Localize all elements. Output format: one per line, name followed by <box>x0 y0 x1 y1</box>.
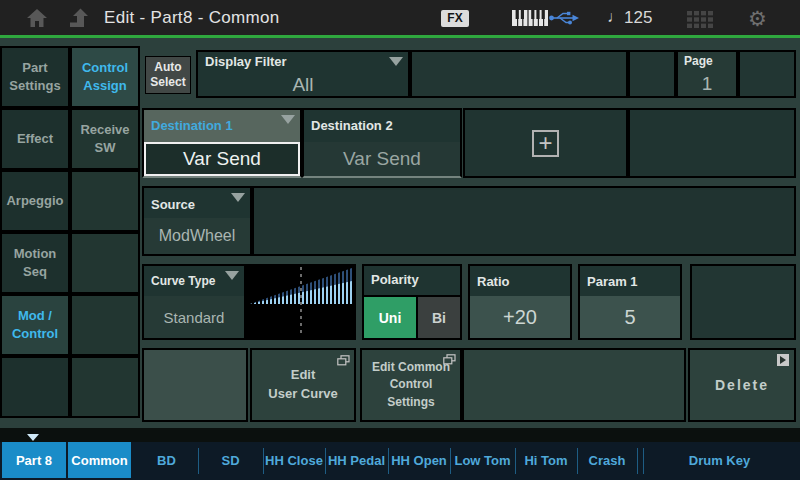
page-prev-cell[interactable] <box>628 50 676 98</box>
destination-2-label: Destination 2 <box>311 118 393 133</box>
launcher-grid-icon[interactable] <box>687 11 714 32</box>
chevron-down-icon <box>231 193 245 202</box>
destination-1-box[interactable]: Destination 1 Var Send <box>142 108 302 178</box>
param1-label: Param 1 <box>587 274 638 289</box>
tempo-value[interactable]: 125 <box>624 0 652 35</box>
tab-hh-open[interactable]: HH Open <box>388 442 450 478</box>
bottom-bar: Part 8 Common BD SD HH Close HH Pedal HH… <box>0 442 800 480</box>
sidebar-cell-empty <box>70 170 140 232</box>
home-icon[interactable] <box>26 8 48 32</box>
action-row-wide-cell <box>462 348 686 422</box>
page-next-cell[interactable] <box>738 50 796 98</box>
usb-icon <box>548 10 580 30</box>
sidebar-item-mod-control[interactable]: Mod / Control <box>0 294 70 356</box>
ratio-value: +20 <box>470 296 570 338</box>
common-tab[interactable]: Common <box>68 442 131 478</box>
popup-window-icon <box>443 353 456 370</box>
gear-icon[interactable]: ⚙ <box>748 1 767 36</box>
page-label: Page <box>684 54 713 68</box>
tab-divider <box>637 448 638 474</box>
keyboard-icon <box>512 9 548 31</box>
add-destination-button[interactable]: + <box>532 130 559 157</box>
sidebar-item-receive-sw[interactable]: Receive SW <box>70 108 140 170</box>
part-select-tab[interactable]: Part 8 <box>2 442 66 478</box>
sidebar-item-control-assign[interactable]: Control Assign <box>70 46 140 108</box>
tab-hh-close[interactable]: HH Close <box>263 442 325 478</box>
chevron-down-icon <box>281 115 295 124</box>
plus-icon: + <box>538 131 552 155</box>
sidebar-item-effect[interactable]: Effect <box>0 108 70 170</box>
sidebar-item-motion-seq[interactable]: Motion Seq <box>0 232 70 294</box>
source-value: ModWheel <box>144 218 250 254</box>
source-label: Source <box>151 197 195 212</box>
ratio-label: Ratio <box>477 274 510 289</box>
sidebar-cell-empty <box>0 356 70 418</box>
page-value: 1 <box>678 71 736 96</box>
curve-type-label: Curve Type <box>151 274 215 288</box>
curve-type-dropdown[interactable]: Curve Type Standard <box>142 264 246 340</box>
edit-common-control-button[interactable]: Edit Common Control Settings <box>360 348 462 422</box>
popup-window-icon <box>337 353 350 372</box>
fx-indicator[interactable]: FX <box>441 10 469 27</box>
sidebar-item-part-settings[interactable]: Part Settings <box>0 46 70 108</box>
tab-drum-key[interactable]: Drum Key <box>643 442 796 478</box>
delete-button[interactable]: Delete <box>688 348 796 422</box>
source-row-cell <box>252 186 796 256</box>
destination-empty-cell <box>628 108 796 178</box>
destination-1-value[interactable]: Var Send <box>144 142 300 176</box>
polarity-bi-button[interactable]: Bi <box>418 297 460 338</box>
polarity-box: Polarity Uni Bi <box>362 264 462 340</box>
curve-row-empty-cell <box>690 264 796 340</box>
source-dropdown[interactable]: Source ModWheel <box>142 186 252 256</box>
tab-sd[interactable]: SD <box>198 442 263 478</box>
toolbar-empty-cell <box>410 50 628 98</box>
page-title: Edit - Part8 - Common <box>104 0 279 35</box>
destination-2-value[interactable]: Var Send <box>304 142 460 176</box>
tempo-note-icon: ♩ <box>607 0 623 35</box>
sidebar-item-arpeggio[interactable]: Arpeggio <box>0 170 70 232</box>
param1-field[interactable]: Param 1 5 <box>578 264 682 340</box>
destination-1-label: Destination 1 <box>151 118 233 133</box>
sidebar-cell-empty <box>70 232 140 294</box>
sidebar-cell-empty <box>70 356 140 418</box>
part-select-arrow-icon <box>27 434 39 441</box>
chevron-down-icon <box>225 271 239 280</box>
curve-graph <box>246 264 356 340</box>
display-filter-label: Display Filter <box>205 54 287 69</box>
edit-user-curve-button[interactable]: Edit User Curve <box>250 348 356 422</box>
expand-right-icon <box>777 354 789 366</box>
ratio-field[interactable]: Ratio +20 <box>468 264 572 340</box>
up-arrow-icon[interactable] <box>68 8 90 32</box>
destination-2-box[interactable]: Destination 2 Var Send <box>302 108 462 178</box>
chevron-down-icon <box>389 57 403 66</box>
top-bar: Edit - Part8 - Common FX <box>0 0 800 38</box>
tab-bd[interactable]: BD <box>135 442 198 478</box>
action-row-empty-cell <box>142 348 248 422</box>
add-destination-cell: + <box>463 108 628 178</box>
tab-hh-pedal[interactable]: HH Pedal <box>325 442 388 478</box>
display-filter-dropdown[interactable]: Display Filter All <box>196 50 410 98</box>
page-field[interactable]: Page 1 <box>676 50 738 98</box>
tab-hi-tom[interactable]: Hi Tom <box>515 442 577 478</box>
synth-edit-screen: Edit - Part8 - Common FX <box>0 0 800 480</box>
auto-select-button[interactable]: Auto Select <box>145 56 191 94</box>
param1-value: 5 <box>580 296 680 338</box>
polarity-label: Polarity <box>371 272 419 287</box>
display-filter-value: All <box>198 73 408 96</box>
sidebar-cell-empty <box>70 294 140 356</box>
curve-type-value: Standard <box>144 296 244 338</box>
tab-low-tom[interactable]: Low Tom <box>450 442 515 478</box>
polarity-uni-button[interactable]: Uni <box>364 297 418 338</box>
tab-crash[interactable]: Crash <box>577 442 637 478</box>
